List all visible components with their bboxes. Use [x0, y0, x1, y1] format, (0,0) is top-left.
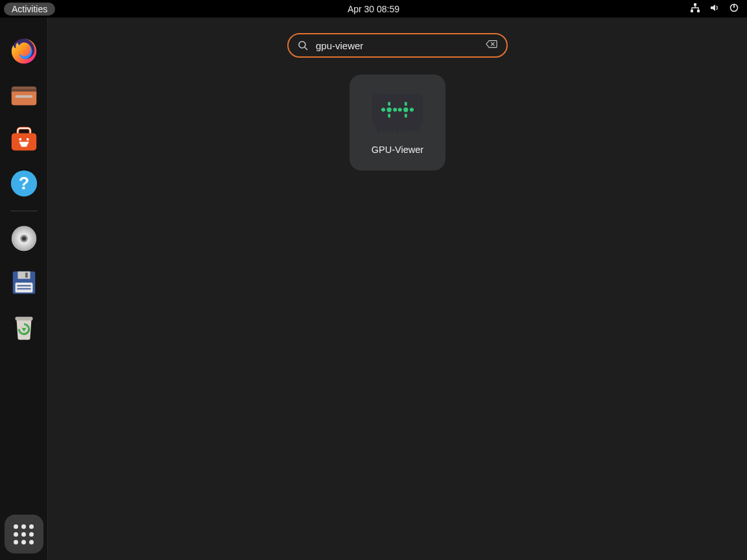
svg-rect-45 [388, 102, 390, 106]
svg-rect-26 [15, 317, 32, 321]
svg-text:?: ? [18, 174, 29, 193]
svg-line-28 [305, 47, 307, 50]
svg-rect-34 [377, 128, 380, 132]
svg-rect-40 [406, 128, 409, 132]
svg-rect-36 [387, 128, 390, 132]
svg-rect-22 [25, 273, 27, 278]
svg-rect-21 [18, 272, 30, 279]
svg-rect-35 [382, 128, 385, 132]
power-icon[interactable] [729, 3, 739, 16]
clock: Apr 30 08:59 [0, 4, 747, 14]
volume-icon[interactable] [709, 3, 720, 16]
show-apps-button[interactable] [5, 515, 43, 554]
dock: ? [0, 18, 48, 560]
grid-icon [14, 524, 34, 544]
activities-button[interactable]: Activities [4, 3, 55, 16]
svg-point-27 [299, 41, 305, 48]
svg-point-43 [387, 108, 392, 112]
search-icon [298, 40, 308, 51]
svg-point-44 [403, 108, 408, 112]
overview: GPU-Viewer [48, 18, 747, 560]
svg-point-19 [22, 237, 26, 240]
gpu-viewer-icon [369, 90, 426, 134]
svg-rect-1 [691, 10, 693, 12]
svg-rect-38 [396, 128, 399, 132]
svg-rect-39 [401, 128, 404, 132]
result-label: GPU-Viewer [372, 145, 423, 155]
dock-files[interactable] [8, 80, 40, 111]
dock-separator [10, 211, 38, 211]
svg-rect-23 [15, 283, 32, 292]
svg-rect-42 [416, 128, 418, 132]
svg-rect-41 [410, 128, 413, 132]
svg-rect-46 [388, 114, 390, 118]
svg-rect-10 [15, 95, 32, 98]
svg-point-12 [19, 138, 21, 141]
network-icon[interactable] [690, 3, 700, 16]
svg-rect-2 [697, 10, 700, 12]
svg-rect-54 [405, 114, 407, 118]
svg-rect-53 [405, 102, 407, 106]
search-box[interactable] [287, 33, 508, 58]
top-bar: Activities Apr 30 08:59 [0, 0, 747, 18]
dock-help[interactable]: ? [8, 168, 40, 199]
search-input[interactable] [316, 40, 478, 51]
svg-rect-37 [392, 128, 394, 132]
svg-rect-31 [373, 95, 423, 126]
svg-rect-32 [373, 93, 379, 99]
dock-ubuntu-software[interactable] [8, 124, 40, 155]
result-gpu-viewer[interactable]: GPU-Viewer [350, 75, 445, 170]
svg-point-13 [26, 138, 29, 141]
svg-rect-0 [694, 3, 696, 6]
svg-rect-9 [11, 89, 36, 91]
dock-floppy[interactable] [8, 267, 40, 298]
backspace-icon [486, 40, 497, 49]
system-tray[interactable] [690, 3, 739, 16]
activities-label: Activities [12, 4, 47, 14]
dock-disc[interactable] [8, 223, 40, 254]
clear-search-button[interactable] [486, 40, 497, 51]
dock-trash[interactable] [8, 311, 40, 342]
search-results: GPU-Viewer [48, 75, 747, 170]
dock-firefox[interactable] [8, 36, 40, 67]
